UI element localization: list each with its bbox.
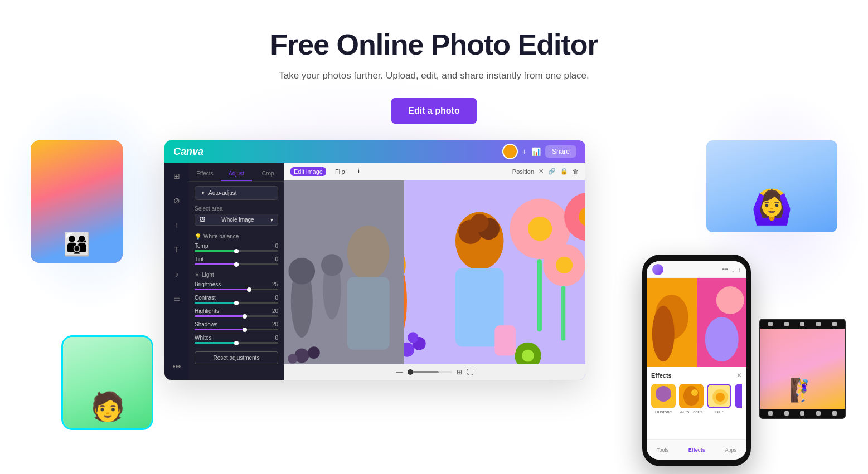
tab-crop[interactable]: Crop [252,167,284,181]
float-image-bottom-left [61,335,153,430]
svg-point-8 [308,346,320,359]
phone-header-actions: ••• ↓ ↑ [722,266,741,273]
photo-before-svg [284,180,404,380]
effects-close-button[interactable]: ✕ [736,372,742,379]
svg-rect-17 [537,259,542,331]
slider-fill [195,315,245,317]
person-photo [63,337,152,428]
sidebar-icon-more[interactable]: ••• [169,359,185,374]
zoom-out-icon[interactable]: — [396,368,403,376]
svg-point-47 [716,393,725,402]
delete-icon[interactable]: 🗑 [573,168,579,175]
auto-adjust-button[interactable]: ✦ Auto-adjust [195,186,278,200]
plus-icon[interactable]: + [522,147,527,156]
effect-item-extra[interactable] [735,384,742,414]
film-holes-bottom [760,409,845,418]
edit-image-toolbar-btn[interactable]: Edit image [290,167,326,176]
float-image-top-right [706,140,837,232]
chevron-down-icon: ▾ [270,217,273,223]
svg-point-3 [288,258,315,285]
sidebar-icon-video[interactable]: ▭ [169,291,185,306]
hero-section: Free Online Photo Editor Take your photo… [0,0,868,135]
film-hole [832,322,837,326]
slider-fill [195,263,236,265]
hero-subtitle: Take your photos further. Upload, edit, … [11,70,857,81]
sidebar-icon-text[interactable]: T [169,242,185,257]
sidebar-icons: ⊞ ⊘ ↑ T ♪ ▭ ••• [164,163,189,380]
panel-tabs: Effects Adjust Crop [189,167,284,182]
effect-item-autofocus[interactable]: Auto Focus [679,384,704,414]
edit-photo-button[interactable]: Edit a photo [391,98,476,124]
slider-contrast-track[interactable] [195,302,278,304]
film-hole [784,322,789,326]
grid-icon[interactable]: ⊞ [457,368,462,376]
effect-blur-preview [708,385,731,408]
lock-icon[interactable]: 🔒 [560,168,568,175]
link-icon[interactable]: 🔗 [548,168,556,175]
tab-adjust[interactable]: Adjust [221,167,253,181]
phone-share-icon[interactable]: ↑ [738,266,741,273]
effect-duotone-preview [651,384,676,408]
slider-thumb[interactable] [247,287,251,292]
slider-highlights-track[interactable] [195,315,278,317]
share-button[interactable]: Share [545,145,576,158]
phone-download-icon[interactable]: ↓ [731,266,735,273]
effect-item-blur[interactable]: Blur [707,384,731,414]
effects-title: Effects [651,372,672,379]
photo-after-svg [404,180,585,380]
fullscreen-icon[interactable]: ⛶ [467,368,473,376]
slider-thumb[interactable] [243,328,247,332]
slider-shadows-track[interactable] [195,329,278,330]
svg-point-38 [716,286,744,314]
slider-thumb[interactable] [234,341,239,345]
slider-thumb[interactable] [243,314,247,319]
slider-thumb[interactable] [234,249,239,253]
sidebar-icon-music[interactable]: ♪ [169,266,185,282]
phone-nav-apps[interactable]: Apps [725,447,737,453]
reset-adjustments-button[interactable]: Reset adjustments [195,351,278,364]
select-area-dropdown[interactable]: 🖼 Whole image ▾ [195,214,278,226]
main-content-area: Canva + 📊 Share ⊞ ⊘ ↑ T ♪ ▭ ••• [0,140,868,458]
people-photo [31,140,123,263]
sidebar-icon-grid[interactable]: ⊞ [169,168,185,184]
phone-home-icon[interactable] [652,264,663,275]
sidebar-icon-upload[interactable]: ↑ [169,217,185,233]
slider-fill [195,329,245,330]
stats-icon[interactable]: 📊 [531,147,541,156]
toolbar-right-actions: Position ✕ 🔗 🔒 🗑 [512,168,579,175]
phone-mockup: ••• ↓ ↑ [642,255,751,466]
phone-more-icon[interactable]: ••• [722,266,728,272]
info-icon[interactable]: ℹ [354,167,363,176]
flip-toolbar-btn[interactable]: Flip [332,167,348,176]
canva-logo: Canva [173,146,203,158]
zoom-thumb[interactable] [408,369,413,375]
page-title: Free Online Photo Editor [11,28,857,61]
phone-nav-effects[interactable]: Effects [688,447,705,453]
canvas-container: Edit image Flip ℹ Position ✕ 🔗 🔒 🗑 [284,163,585,380]
slider-brightness-track[interactable] [195,289,278,290]
slider-tint-track[interactable] [195,263,278,265]
slider-whites-track[interactable] [195,342,278,344]
svg-rect-29 [495,325,516,355]
tab-effects[interactable]: Effects [189,167,221,181]
slider-thumb[interactable] [234,262,239,267]
sidebar-icon-layers[interactable]: ⊘ [169,193,185,208]
slider-temp-track[interactable] [195,250,278,252]
slider-thumb[interactable] [234,301,239,305]
photo-split [284,180,585,380]
effect-extra-thumb [735,384,742,408]
svg-point-33 [408,332,419,343]
svg-point-39 [705,317,738,361]
film-strip-decoration [759,319,846,419]
slider-fill [195,342,236,344]
svg-point-5 [347,226,390,280]
transform-icon[interactable]: ✕ [539,168,544,175]
phone-bottom-nav: Tools Effects Apps [647,439,746,460]
canvas-area[interactable]: — ⊞ ⛶ [284,180,585,380]
phone-nav-tools[interactable]: Tools [657,447,668,453]
effect-autofocus-label: Auto Focus [679,409,704,414]
film-hole [832,411,837,416]
phone-image-before [647,278,697,367]
effect-item-duotone[interactable]: Duotone [651,384,676,414]
zoom-slider[interactable] [408,371,452,373]
